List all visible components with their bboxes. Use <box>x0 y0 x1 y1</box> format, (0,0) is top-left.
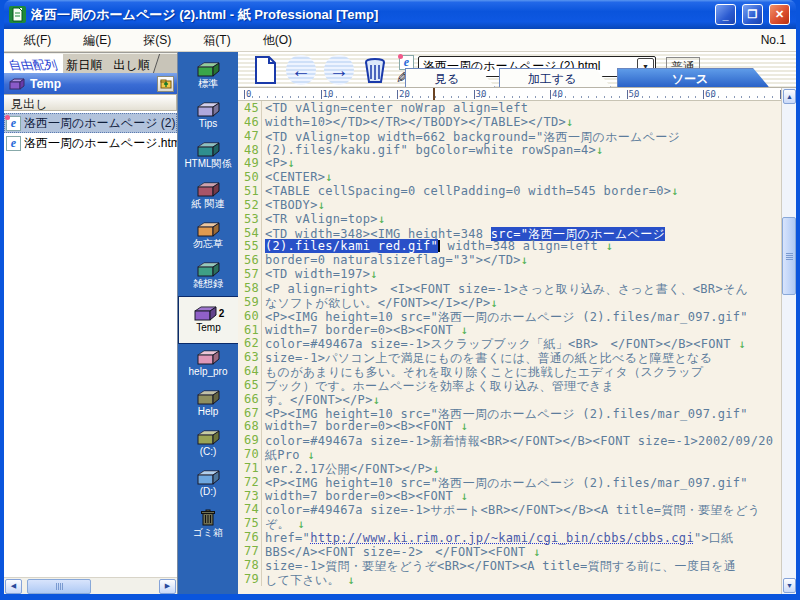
scroll-thumb[interactable] <box>27 579 91 594</box>
line-number: 78 <box>238 558 262 572</box>
menu-item-4[interactable]: 他(O) <box>259 30 296 51</box>
line-number: 65 <box>238 378 262 392</box>
box-button-紙 関連[interactable]: 紙 関連 <box>178 176 238 216</box>
line-number: 56 <box>238 253 262 267</box>
ruler-tick <box>290 96 291 98</box>
line-number: 53 <box>238 212 262 226</box>
box-icon <box>196 102 220 117</box>
ruler-label: 40 <box>552 89 563 99</box>
folder-up-button[interactable] <box>157 76 174 92</box>
box-button-(D:)[interactable]: (D:) <box>178 464 238 504</box>
code-line: 65ブック）です。ホームページを効率よく取り込み、管理できま <box>238 378 781 392</box>
box-button-ゴミ箱[interactable]: ゴミ箱 <box>178 504 238 544</box>
ruler-tick <box>382 96 383 98</box>
line-text: ブック）です。ホームページを効率よく取り込み、管理できま <box>262 378 614 392</box>
ruler-tick <box>665 96 666 98</box>
sidebar-horizontal-scrollbar[interactable]: ◀ ▶ <box>4 577 177 594</box>
menu-item-1[interactable]: 編(E) <box>79 30 115 51</box>
ruler-tick <box>642 96 643 98</box>
side-panel: 自由配列新日順出し順 Temp 見出し e洛西一周のホームページ (2) <box>4 52 178 594</box>
scroll-track[interactable] <box>23 579 158 594</box>
ruler-tick <box>749 96 750 98</box>
line-number: 77 <box>238 544 262 558</box>
box-button-雑想録[interactable]: 雑想録 <box>178 256 238 296</box>
box-button-HTML関係[interactable]: HTML関係 <box>178 136 238 176</box>
box-button-Tips[interactable]: Tips <box>178 96 238 136</box>
code-line: 56border=0 naturalsizeflag="3"></TD>↓ <box>238 253 781 267</box>
box-button-(C:)[interactable]: (C:) <box>178 424 238 464</box>
scroll-left-button[interactable]: ◀ <box>5 579 22 594</box>
code-line: 73width=7 border=0><B><FONT ↓ <box>238 489 781 503</box>
line-number: 70 <box>238 447 262 461</box>
new-document-button[interactable] <box>248 54 282 86</box>
box-button-Temp[interactable]: 2Temp <box>178 296 238 344</box>
main-area: 自由配列新日順出し順 Temp 見出し e洛西一周のホームページ (2) <box>4 52 796 594</box>
line-text: <P><IMG height=10 src="洛西一周のホームページ (2).f… <box>262 309 748 323</box>
file-item-0[interactable]: e洛西一周のホームページ (2).ht <box>4 113 177 133</box>
code-line: 68width=7 border=0><B><FONT ↓ <box>238 419 781 433</box>
line-break-mark: ↓ <box>288 156 296 170</box>
ruler-tick <box>267 96 268 98</box>
sidebar-tab-label: 新日順 <box>66 57 102 73</box>
box-button-Help[interactable]: Help <box>178 384 238 424</box>
ruler-label: 60 <box>705 89 716 99</box>
menu-item-2[interactable]: 探(S) <box>139 30 175 51</box>
editor-vertical-scrollbar[interactable]: ▲ ▼ <box>781 88 796 594</box>
delete-button[interactable] <box>358 54 392 86</box>
view-tab-1[interactable]: 加工する <box>499 68 611 87</box>
line-text: <TD width=348><IMG height=348 src="洛西一周の… <box>262 226 665 240</box>
forward-button[interactable]: → <box>322 54 356 86</box>
close-button[interactable]: ✕ <box>769 4 790 25</box>
list-column-header[interactable]: 見出し <box>4 94 177 111</box>
box-icon <box>196 62 220 77</box>
line-text: <P align=right> <I><FONT size=-1>さっと取り込み… <box>262 281 748 295</box>
vscroll-track[interactable] <box>782 105 796 577</box>
scroll-up-button[interactable]: ▲ <box>783 89 796 104</box>
box-button-label: (D:) <box>200 486 217 498</box>
line-number: 68 <box>238 419 262 433</box>
line-break-mark: ↓ <box>461 323 469 337</box>
line-number: 71 <box>238 461 262 475</box>
code-line: 51<TABLE cellSpacing=0 cellPadding=0 wid… <box>238 184 781 198</box>
box-button-標準[interactable]: 標準 <box>178 56 238 96</box>
minimize-button[interactable]: _ <box>715 4 736 25</box>
line-number: 57 <box>238 267 262 281</box>
box-button-help_pro[interactable]: help_pro <box>178 344 238 384</box>
maximize-button[interactable]: ❐ <box>742 4 763 25</box>
code-line: 45<TD vAlign=center noWrap align=left <box>238 101 781 115</box>
box-button-勿忘草[interactable]: 勿忘草 <box>178 216 238 256</box>
sidebar-tab-2[interactable]: 出し順 <box>103 54 160 73</box>
menu-item-0[interactable]: 紙(F) <box>20 30 55 51</box>
vscroll-thumb[interactable] <box>782 217 796 295</box>
line-number: 48 <box>238 143 262 157</box>
ruler-label: 30 <box>476 89 487 99</box>
ruler-tick <box>604 96 605 98</box>
ruler-tick <box>305 96 306 98</box>
back-button[interactable]: ← <box>284 54 318 86</box>
ruler-label: 50 <box>629 89 640 99</box>
view-tab-2[interactable]: ソース <box>617 68 769 87</box>
line-number: 50 <box>238 170 262 184</box>
line-text: width=7 border=0><B><FONT ↓ <box>262 419 468 433</box>
box-icon <box>196 470 220 485</box>
menu-item-3[interactable]: 箱(T) <box>199 30 234 51</box>
ruler-label: 0 <box>246 89 251 99</box>
scroll-right-button[interactable]: ▶ <box>159 579 176 594</box>
file-item-1[interactable]: e洛西一周のホームページ.html <box>4 133 177 153</box>
box-icon <box>196 222 220 237</box>
ruler-tick <box>282 96 283 98</box>
line-text: color=#49467a size=-1>新着情報<BR></FONT></B… <box>262 433 773 447</box>
code-text: width=7 border=0><B><FONT <box>265 419 461 433</box>
code-line: 78size=-1>質問・要望をどうぞ<BR></FONT><A title=質… <box>238 558 781 572</box>
line-break-mark: ↓ <box>325 170 333 184</box>
code-line: 57<TD width=197>↓ <box>238 267 781 281</box>
ruler-tick <box>374 96 375 98</box>
view-tab-0[interactable]: 見る <box>405 68 495 87</box>
source-code-view[interactable]: 45<TD vAlign=center noWrap align=left46w… <box>238 101 781 594</box>
sidebar-tab-0[interactable]: 自由配列 <box>4 54 63 73</box>
scroll-down-button[interactable]: ▼ <box>783 578 796 593</box>
code-line: 64ものがあまりにも多い。それを取り除くことに挑戦したエディタ（スクラップ <box>238 364 781 378</box>
line-number: 63 <box>238 350 262 364</box>
code-text: <TABLE cellSpacing=0 cellPadding=0 width… <box>265 184 671 198</box>
ruler-tick <box>351 96 352 98</box>
